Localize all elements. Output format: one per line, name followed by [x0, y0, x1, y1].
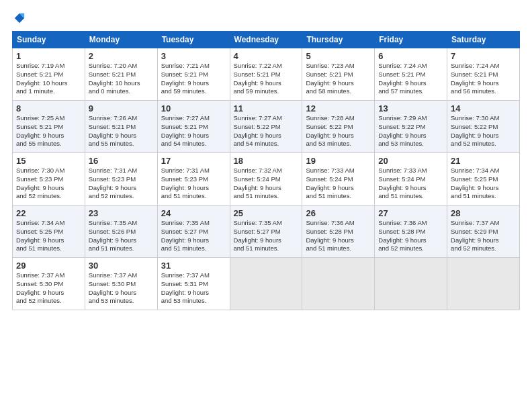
- calendar-cell: 11Sunrise: 7:27 AM Sunset: 5:22 PM Dayli…: [230, 101, 302, 153]
- day-info: Sunrise: 7:31 AM Sunset: 5:23 PM Dayligh…: [89, 167, 154, 201]
- day-number: 21: [451, 156, 516, 166]
- day-info: Sunrise: 7:24 AM Sunset: 5:21 PM Dayligh…: [451, 62, 516, 96]
- day-info: Sunrise: 7:28 AM Sunset: 5:22 PM Dayligh…: [306, 114, 371, 148]
- calendar-cell: 16Sunrise: 7:31 AM Sunset: 5:23 PM Dayli…: [85, 153, 157, 205]
- day-info: Sunrise: 7:24 AM Sunset: 5:21 PM Dayligh…: [378, 62, 443, 96]
- calendar-cell: 31Sunrise: 7:37 AM Sunset: 5:31 PM Dayli…: [157, 258, 230, 310]
- calendar-cell: 22Sunrise: 7:34 AM Sunset: 5:25 PM Dayli…: [13, 205, 85, 258]
- day-info: Sunrise: 7:23 AM Sunset: 5:21 PM Dayligh…: [306, 62, 371, 96]
- calendar-cell: 5Sunrise: 7:23 AM Sunset: 5:21 PM Daylig…: [302, 48, 375, 101]
- calendar-cell: 4Sunrise: 7:22 AM Sunset: 5:21 PM Daylig…: [230, 48, 302, 101]
- calendar-cell: 9Sunrise: 7:26 AM Sunset: 5:21 PM Daylig…: [85, 101, 157, 153]
- calendar-cell: 24Sunrise: 7:35 AM Sunset: 5:27 PM Dayli…: [157, 205, 230, 258]
- day-info: Sunrise: 7:25 AM Sunset: 5:21 PM Dayligh…: [16, 114, 81, 148]
- calendar-cell: 10Sunrise: 7:27 AM Sunset: 5:21 PM Dayli…: [157, 101, 230, 153]
- day-info: Sunrise: 7:35 AM Sunset: 5:26 PM Dayligh…: [89, 219, 154, 253]
- calendar-cell: 15Sunrise: 7:30 AM Sunset: 5:23 PM Dayli…: [13, 153, 85, 205]
- day-number: 12: [306, 103, 371, 113]
- day-number: 18: [234, 156, 299, 166]
- day-info: Sunrise: 7:36 AM Sunset: 5:28 PM Dayligh…: [306, 219, 371, 253]
- day-info: Sunrise: 7:33 AM Sunset: 5:24 PM Dayligh…: [306, 167, 371, 201]
- calendar-cell: 19Sunrise: 7:33 AM Sunset: 5:24 PM Dayli…: [302, 153, 375, 205]
- calendar-cell: 14Sunrise: 7:30 AM Sunset: 5:22 PM Dayli…: [447, 101, 520, 153]
- day-number: 27: [378, 208, 443, 218]
- day-number: 10: [161, 103, 226, 113]
- day-info: Sunrise: 7:34 AM Sunset: 5:25 PM Dayligh…: [16, 219, 81, 253]
- calendar-cell: 8Sunrise: 7:25 AM Sunset: 5:21 PM Daylig…: [13, 101, 85, 153]
- calendar-cell: 28Sunrise: 7:37 AM Sunset: 5:29 PM Dayli…: [447, 205, 520, 258]
- calendar-week-1: 1Sunrise: 7:19 AM Sunset: 5:21 PM Daylig…: [13, 48, 520, 101]
- calendar-cell: 7Sunrise: 7:24 AM Sunset: 5:21 PM Daylig…: [447, 48, 520, 101]
- calendar-cell: [375, 258, 447, 310]
- calendar-header-row: SundayMondayTuesdayWednesdayThursdayFrid…: [13, 32, 520, 48]
- day-info: Sunrise: 7:27 AM Sunset: 5:22 PM Dayligh…: [234, 114, 299, 148]
- logo: [12, 12, 26, 24]
- calendar-cell: 29Sunrise: 7:37 AM Sunset: 5:30 PM Dayli…: [13, 258, 85, 310]
- day-info: Sunrise: 7:32 AM Sunset: 5:24 PM Dayligh…: [234, 167, 299, 201]
- day-info: Sunrise: 7:30 AM Sunset: 5:23 PM Dayligh…: [16, 167, 81, 201]
- day-info: Sunrise: 7:37 AM Sunset: 5:31 PM Dayligh…: [161, 271, 226, 306]
- day-number: 11: [234, 103, 299, 113]
- day-info: Sunrise: 7:35 AM Sunset: 5:27 PM Dayligh…: [161, 219, 226, 253]
- day-info: Sunrise: 7:31 AM Sunset: 5:23 PM Dayligh…: [161, 167, 226, 201]
- day-number: 16: [89, 156, 154, 166]
- calendar-cell: 27Sunrise: 7:36 AM Sunset: 5:28 PM Dayli…: [375, 205, 447, 258]
- day-number: 15: [16, 156, 81, 166]
- calendar-cell: 30Sunrise: 7:37 AM Sunset: 5:30 PM Dayli…: [85, 258, 157, 310]
- day-info: Sunrise: 7:19 AM Sunset: 5:21 PM Dayligh…: [16, 62, 81, 96]
- day-info: Sunrise: 7:34 AM Sunset: 5:25 PM Dayligh…: [451, 167, 516, 201]
- calendar-cell: 21Sunrise: 7:34 AM Sunset: 5:25 PM Dayli…: [447, 153, 520, 205]
- day-info: Sunrise: 7:36 AM Sunset: 5:28 PM Dayligh…: [378, 219, 443, 253]
- day-info: Sunrise: 7:37 AM Sunset: 5:29 PM Dayligh…: [451, 219, 516, 253]
- calendar-cell: 3Sunrise: 7:21 AM Sunset: 5:21 PM Daylig…: [157, 48, 230, 101]
- calendar-cell: 6Sunrise: 7:24 AM Sunset: 5:21 PM Daylig…: [375, 48, 447, 101]
- day-info: Sunrise: 7:27 AM Sunset: 5:21 PM Dayligh…: [161, 114, 226, 148]
- day-number: 6: [378, 51, 443, 61]
- calendar-week-3: 15Sunrise: 7:30 AM Sunset: 5:23 PM Dayli…: [13, 153, 520, 205]
- header: [12, 12, 520, 24]
- column-header-sunday: Sunday: [13, 32, 85, 48]
- column-header-tuesday: Tuesday: [157, 32, 230, 48]
- day-number: 5: [306, 51, 371, 61]
- day-info: Sunrise: 7:22 AM Sunset: 5:21 PM Dayligh…: [234, 62, 299, 96]
- column-header-saturday: Saturday: [447, 32, 520, 48]
- day-info: Sunrise: 7:29 AM Sunset: 5:22 PM Dayligh…: [378, 114, 443, 148]
- day-number: 17: [161, 156, 226, 166]
- column-header-friday: Friday: [375, 32, 447, 48]
- day-number: 23: [89, 208, 154, 218]
- calendar-cell: [230, 258, 302, 310]
- day-number: 14: [451, 103, 516, 113]
- day-number: 28: [451, 208, 516, 218]
- calendar-cell: 13Sunrise: 7:29 AM Sunset: 5:22 PM Dayli…: [375, 101, 447, 153]
- day-number: 19: [306, 156, 371, 166]
- day-number: 3: [161, 51, 226, 61]
- page: SundayMondayTuesdayWednesdayThursdayFrid…: [0, 0, 532, 317]
- column-header-thursday: Thursday: [302, 32, 375, 48]
- day-info: Sunrise: 7:20 AM Sunset: 5:21 PM Dayligh…: [89, 62, 154, 96]
- calendar-table: SundayMondayTuesdayWednesdayThursdayFrid…: [12, 31, 520, 310]
- day-number: 31: [161, 261, 226, 271]
- day-info: Sunrise: 7:26 AM Sunset: 5:21 PM Dayligh…: [89, 114, 154, 148]
- day-info: Sunrise: 7:37 AM Sunset: 5:30 PM Dayligh…: [16, 271, 81, 306]
- day-number: 4: [234, 51, 299, 61]
- calendar-week-4: 22Sunrise: 7:34 AM Sunset: 5:25 PM Dayli…: [13, 205, 520, 258]
- day-info: Sunrise: 7:30 AM Sunset: 5:22 PM Dayligh…: [451, 114, 516, 148]
- day-info: Sunrise: 7:37 AM Sunset: 5:30 PM Dayligh…: [89, 271, 154, 306]
- day-number: 30: [89, 261, 154, 271]
- calendar-week-2: 8Sunrise: 7:25 AM Sunset: 5:21 PM Daylig…: [13, 101, 520, 153]
- day-number: 29: [16, 261, 81, 271]
- calendar-body: 1Sunrise: 7:19 AM Sunset: 5:21 PM Daylig…: [13, 48, 520, 310]
- day-number: 25: [234, 208, 299, 218]
- day-info: Sunrise: 7:35 AM Sunset: 5:27 PM Dayligh…: [234, 219, 299, 253]
- calendar-cell: [447, 258, 520, 310]
- calendar-cell: 17Sunrise: 7:31 AM Sunset: 5:23 PM Dayli…: [157, 153, 230, 205]
- day-info: Sunrise: 7:21 AM Sunset: 5:21 PM Dayligh…: [161, 62, 226, 96]
- calendar-cell: 18Sunrise: 7:32 AM Sunset: 5:24 PM Dayli…: [230, 153, 302, 205]
- calendar-cell: 25Sunrise: 7:35 AM Sunset: 5:27 PM Dayli…: [230, 205, 302, 258]
- day-number: 2: [89, 51, 154, 61]
- calendar-cell: 1Sunrise: 7:19 AM Sunset: 5:21 PM Daylig…: [13, 48, 85, 101]
- day-number: 13: [378, 103, 443, 113]
- day-number: 8: [16, 103, 81, 113]
- day-number: 9: [89, 103, 154, 113]
- logo-icon: [13, 12, 26, 24]
